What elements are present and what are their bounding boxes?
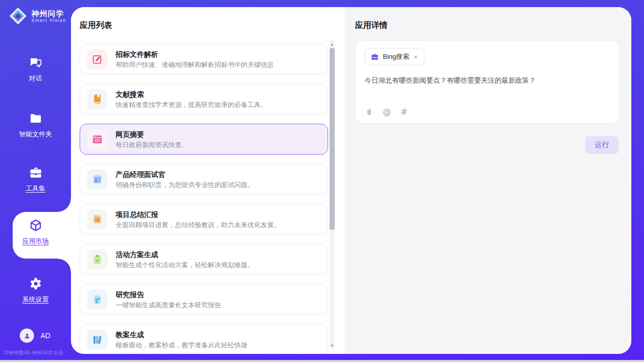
app-card[interactable]: 教案生成模板驱动，教案秒成，教学准备从此轻松快捷: [80, 324, 328, 354]
report-icon: [87, 289, 108, 310]
briefcase-icon: [371, 53, 379, 61]
brand-name: 神州问学: [31, 9, 66, 18]
app-card[interactable]: 文献搜索快速精准查找学术资源，提高研究效率的必备工具。: [80, 84, 328, 115]
app-card-text: 网页摘要每日政府新闻资讯快查。: [116, 130, 188, 149]
app-list-scrollbar[interactable]: ▲ ▼: [330, 41, 335, 349]
app-card[interactable]: 网页摘要每日政府新闻资讯快查。: [80, 124, 328, 155]
app-list: 招标文件解析帮助用户快速、准确地理解和解析招标书中的关键信息文献搜索快速精准查找…: [80, 44, 328, 354]
app-card-title: 研究报告: [116, 291, 221, 299]
sidebar-item-label: 对话: [29, 74, 42, 83]
app-card-text: 教案生成模板驱动，教案秒成，教学准备从此轻松快捷: [116, 331, 247, 349]
app-card-description: 明确身份和职责，为您提供专业性的面试问题。: [116, 181, 254, 189]
user-icon: [23, 332, 31, 340]
tool-tag-bing-search[interactable]: Bing搜索 ×: [365, 48, 424, 65]
gear-icon: [29, 277, 43, 291]
cube-icon: [29, 219, 43, 232]
app-list-title: 应用列表: [80, 20, 345, 31]
web-summary-icon: [87, 129, 108, 150]
app-card-title: 网页摘要: [116, 130, 188, 138]
sidebar: 神州问学 Smart Vision 对话智能文件夹工具集应用市场系统设置 AD …: [0, 0, 71, 360]
app-card-title: 活动方案生成: [116, 250, 254, 259]
query-input[interactable]: 今日湖北有哪些新闻要点？有哪些需要关注的最新政策？: [365, 76, 610, 85]
app-card-description: 智能生成个性化活动方案，轻松解决规划难题。: [116, 261, 254, 269]
app-card-description: 快速精准查找学术资源，提高研究效率的必备工具。: [116, 101, 267, 108]
app-card[interactable]: 研究报告一键智能生成高质量长文本研究报告: [80, 284, 328, 315]
sidebar-item-chat[interactable]: 对话: [0, 56, 71, 83]
app-detail-title: 应用详情: [355, 20, 620, 31]
scroll-up-arrow-icon[interactable]: ▲: [330, 41, 335, 47]
app-card-title: 招标文件解析: [116, 50, 274, 58]
main-content: 应用列表 招标文件解析帮助用户快速、准确地理解和解析招标书中的关键信息文献搜索快…: [71, 7, 631, 354]
close-icon[interactable]: ×: [413, 54, 418, 60]
summary-note-icon: [87, 209, 108, 230]
app-card-text: 产品经理面试官明确身份和职责，为您提供专业性的面试问题。: [116, 170, 254, 189]
app-card-text: 项目总结汇报全面回顾项目进展，总结经验教训，助力未来优化发展。: [116, 210, 280, 229]
app-list-panel: 应用列表 招标文件解析帮助用户快速、准确地理解和解析招标书中的关键信息文献搜索快…: [71, 7, 345, 354]
scrollbar-thumb[interactable]: [330, 48, 335, 230]
sidebar-item-label: 系统设置: [22, 295, 49, 304]
app-card-text: 招标文件解析帮助用户快速、准确地理解和解析招标书中的关键信息: [116, 50, 274, 68]
paperclip-icon[interactable]: [365, 108, 373, 116]
sidebar-item-smart-folder[interactable]: 智能文件夹: [0, 112, 71, 139]
app-card-text: 研究报告一键智能生成高质量长文本研究报告: [116, 291, 221, 309]
book-icon: [87, 89, 108, 110]
sidebar-item-system-settings[interactable]: 系统设置: [0, 277, 71, 304]
sidebar-item-app-market[interactable]: 应用市场: [0, 219, 71, 246]
app-card-title: 教案生成: [116, 331, 247, 339]
attachment-toolbar: @#: [365, 107, 407, 117]
app-card[interactable]: 活动方案生成智能生成个性化活动方案，轻松解决规划难题。: [80, 244, 328, 275]
app-card-text: 活动方案生成智能生成个性化活动方案，轻松解决规划难题。: [116, 250, 254, 269]
gem-logo-icon: [9, 7, 27, 25]
app-card[interactable]: 项目总结汇报全面回顾项目进展，总结经验教训，助力未来优化发展。: [80, 204, 328, 235]
prompt-card: Bing搜索 × 今日湖北有哪些新闻要点？有哪些需要关注的最新政策？ @#: [355, 40, 620, 124]
clipboard-icon: [87, 249, 108, 270]
window-bottom-edge: [0, 360, 644, 362]
app-card-title: 项目总结汇报: [116, 210, 280, 219]
sidebar-item-label: 智能文件夹: [19, 130, 52, 139]
app-card-description: 一键智能生成高质量长文本研究报告: [116, 301, 221, 309]
tool-tag-label: Bing搜索: [383, 52, 409, 61]
user-account[interactable]: AD: [20, 329, 50, 343]
app-card-description: 帮助用户快速、准确地理解和解析招标书中的关键信息: [116, 61, 274, 68]
app-card-title: 产品经理面试官: [116, 170, 254, 178]
brand-logo: 神州问学 Smart Vision: [9, 7, 66, 25]
run-button[interactable]: 运行: [585, 136, 619, 154]
copyright-text: ©神州数码·神州问学出品: [5, 349, 64, 356]
brand-tagline: Smart Vision: [31, 18, 66, 23]
app-card-description: 每日政府新闻资讯快查。: [116, 141, 188, 149]
app-card-description: 全面回顾项目进展，总结经验教训，助力未来优化发展。: [116, 221, 280, 229]
app-detail-panel: 应用详情 Bing搜索 × 今日湖北有哪些新闻要点？有哪些需要关注的最新政策？ …: [345, 7, 631, 354]
app-card[interactable]: 招标文件解析帮助用户快速、准确地理解和解析招标书中的关键信息: [80, 44, 328, 75]
scroll-down-arrow-icon[interactable]: ▼: [330, 342, 335, 348]
interview-icon: [87, 169, 108, 190]
user-initials: AD: [41, 332, 50, 340]
chat-icon: [29, 56, 43, 69]
app-card-text: 文献搜索快速精准查找学术资源，提高研究效率的必备工具。: [116, 90, 267, 108]
briefcase-icon: [29, 166, 43, 179]
app-card-description: 模板驱动，教案秒成，教学准备从此轻松快捷: [116, 341, 247, 349]
sidebar-item-label: 应用市场: [22, 237, 49, 246]
mention-icon[interactable]: @: [383, 107, 391, 117]
folder-icon: [29, 112, 43, 125]
hash-icon[interactable]: #: [401, 107, 407, 117]
sidebar-item-toolset[interactable]: 工具集: [0, 166, 71, 193]
avatar[interactable]: [20, 329, 34, 343]
bid-edit-icon: [87, 49, 108, 69]
app-card[interactable]: 产品经理面试官明确身份和职责，为您提供专业性的面试问题。: [80, 164, 328, 195]
books-icon: [87, 330, 108, 350]
app-card-title: 文献搜索: [116, 90, 267, 98]
sidebar-item-label: 工具集: [26, 184, 46, 193]
